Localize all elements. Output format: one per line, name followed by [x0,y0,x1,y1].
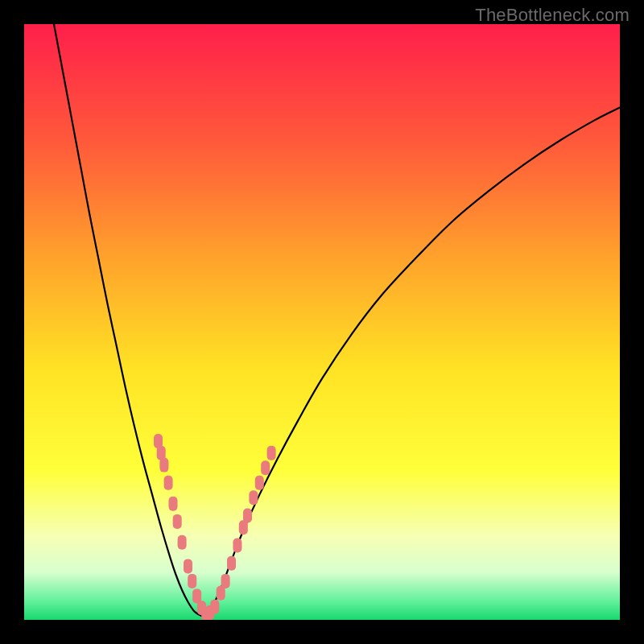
marker-point [255,476,264,490]
marker-point [184,559,192,573]
marker-point [233,539,242,553]
marker-point [159,458,168,473]
marker-point [178,535,187,550]
marker-point [210,600,219,614]
marker-point [227,556,236,571]
marker-point [221,574,230,588]
marker-point [267,446,276,460]
marker-point [188,574,196,588]
gradient-background [24,24,620,620]
marker-point [169,497,178,511]
plot-area [24,24,620,620]
marker-point [261,460,270,475]
chart-frame: TheBottleneck.com [0,0,644,644]
chart-svg [24,24,620,620]
marker-point [164,476,173,490]
marker-point [249,490,258,505]
marker-point [173,514,182,529]
watermark-text: TheBottleneck.com [475,5,630,26]
marker-point [243,509,252,523]
